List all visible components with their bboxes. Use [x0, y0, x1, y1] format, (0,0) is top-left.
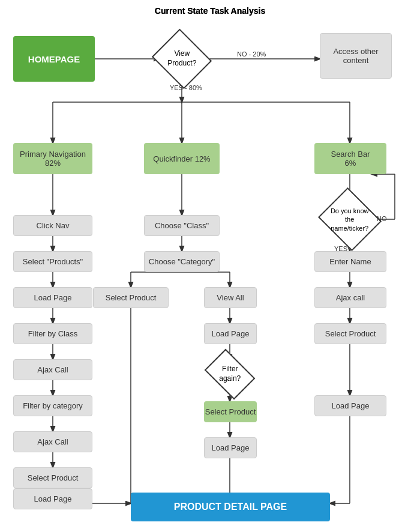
- no-label: NO: [377, 215, 387, 222]
- homepage-node: HOMEPAGE: [13, 36, 95, 82]
- product-detail-node: PRODUCT DETAIL PAGE: [131, 493, 330, 521]
- yes-80-label: YES - 80%: [170, 84, 202, 91]
- ajax-call-1-node: Ajax Call: [13, 359, 92, 380]
- load-page-2-node: Load Page: [13, 488, 92, 509]
- load-page-sb-node: Load Page: [314, 395, 386, 416]
- page-title: Current State Task Analysis: [155, 6, 265, 16]
- click-nav-node: Click Nav: [13, 215, 92, 236]
- know-ticker-diamond: Do you know the name/ticker?: [318, 187, 382, 251]
- load-page-qf2-node: Load Page: [204, 437, 257, 458]
- select-product-qf2-node: Select Product: [204, 401, 257, 422]
- ajax-call-sb-node: Ajax call: [314, 287, 386, 308]
- load-page-qf-node: Load Page: [204, 323, 257, 344]
- select-product-qf-node: Select Product: [93, 287, 169, 308]
- search-bar-node: Search Bar 6%: [314, 143, 386, 174]
- filter-category-node: Filter by category: [13, 395, 92, 416]
- view-all-node: View All: [204, 287, 257, 308]
- diagram-container: Current State Task Analysis: [0, 0, 420, 531]
- access-other-node: Access other content: [320, 33, 392, 79]
- primary-nav-node: Primary Navigation 82%: [13, 143, 92, 174]
- view-product-diamond: View Product?: [152, 29, 212, 89]
- load-page-1-node: Load Page: [13, 287, 92, 308]
- choose-class-node: Choose "Class": [144, 215, 220, 236]
- choose-category-node: Choose "Category": [144, 251, 220, 272]
- select-products-node: Select "Products": [13, 251, 92, 272]
- filter-again-diamond: Filter again?: [205, 349, 256, 400]
- enter-name-node: Enter Name: [314, 251, 386, 272]
- ajax-call-2-node: Ajax Call: [13, 431, 92, 452]
- select-product-1-node: Select Product: [13, 467, 92, 488]
- select-product-sb-node: Select Product: [314, 323, 386, 344]
- quickfinder-node: Quickfinder 12%: [144, 143, 220, 174]
- filter-class-node: Filter by Class: [13, 323, 92, 344]
- no-20-label: NO - 20%: [237, 50, 266, 58]
